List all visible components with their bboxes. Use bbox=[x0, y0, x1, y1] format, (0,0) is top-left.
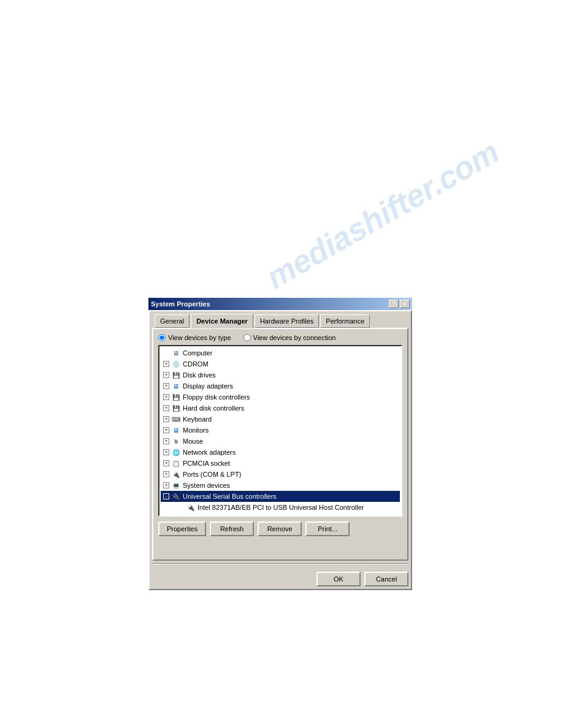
tree-item-system-devices[interactable]: + 💻 System devices bbox=[161, 480, 400, 491]
mouse-icon: 🖱 bbox=[171, 436, 181, 446]
expand-display[interactable]: + bbox=[163, 383, 169, 389]
usb-icon: 🔌 bbox=[171, 491, 181, 501]
usb-root-icon: 🔌 bbox=[186, 514, 196, 517]
print-button[interactable]: Print... bbox=[305, 521, 350, 536]
no-expand-computer bbox=[163, 350, 169, 356]
title-bar-buttons: ? ✕ bbox=[389, 300, 410, 308]
expand-cdrom[interactable]: + bbox=[163, 361, 169, 367]
tree-item-floppy[interactable]: + 💾 Floppy disk controllers bbox=[161, 392, 400, 403]
dialog-title: System Properties bbox=[151, 300, 210, 308]
ok-button[interactable]: OK bbox=[316, 572, 361, 586]
tab-performance[interactable]: Performance bbox=[320, 314, 370, 328]
monitor-icon: 🖥 bbox=[171, 425, 181, 435]
no-expand-root bbox=[178, 515, 184, 517]
hdd-icon: 💾 bbox=[171, 403, 181, 413]
tree-item-network[interactable]: + 🌐 Network adapters bbox=[161, 447, 400, 458]
tree-item-usb-root[interactable]: 🔌 USB Root Hub bbox=[161, 513, 400, 517]
no-expand-intel bbox=[178, 504, 184, 510]
intel-usb-label: Intel 82371AB/EB PCI to USB Universal Ho… bbox=[197, 504, 364, 511]
expand-keyboard[interactable]: + bbox=[163, 416, 169, 422]
system-icon: 💻 bbox=[171, 480, 181, 490]
dialog-content: General Device Manager Hardware Profiles… bbox=[148, 310, 412, 590]
tree-item-computer[interactable]: 🖥 Computer bbox=[161, 347, 400, 358]
tab-general[interactable]: General bbox=[155, 314, 190, 328]
radio-type-input[interactable] bbox=[158, 334, 166, 341]
close-button[interactable]: ✕ bbox=[400, 300, 410, 308]
tree-item-display-adapters[interactable]: + 🖥 Display adapters bbox=[161, 381, 400, 392]
cdrom-icon: 💿 bbox=[171, 359, 181, 369]
tree-item-mouse[interactable]: + 🖱 Mouse bbox=[161, 436, 400, 447]
disk-drives-label: Disk drives bbox=[183, 371, 216, 379]
refresh-button[interactable]: Refresh bbox=[210, 521, 254, 536]
expand-disk-drives[interactable]: + bbox=[163, 372, 169, 378]
tab-panel-device-manager: View devices by type View devices by con… bbox=[152, 328, 408, 561]
radio-view-by-connection[interactable]: View devices by connection bbox=[243, 334, 336, 341]
tree-item-intel-usb[interactable]: 🔌 Intel 82371AB/EB PCI to USB Universal … bbox=[161, 502, 400, 513]
expand-pcmcia[interactable]: + bbox=[163, 460, 169, 466]
properties-button[interactable]: Properties bbox=[158, 521, 206, 536]
separator bbox=[152, 563, 408, 564]
tree-item-hard-disk[interactable]: + 💾 Hard disk controllers bbox=[161, 403, 400, 414]
floppy-label: Floppy disk controllers bbox=[183, 393, 250, 401]
tab-device-manager[interactable]: Device Manager bbox=[191, 314, 253, 328]
pcmcia-label: PCMCIA socket bbox=[183, 460, 230, 467]
usb-root-label: USB Root Hub bbox=[197, 515, 242, 517]
remove-button[interactable]: Remove bbox=[258, 521, 302, 536]
display-adapters-label: Display adapters bbox=[183, 382, 233, 390]
view-mode-group: View devices by type View devices by con… bbox=[158, 334, 402, 341]
monitors-label: Monitors bbox=[183, 427, 209, 434]
disk-icon: 💾 bbox=[171, 370, 181, 380]
tree-item-cdrom[interactable]: + 💿 CDROM bbox=[161, 358, 400, 370]
cancel-button[interactable]: Cancel bbox=[364, 572, 408, 586]
ok-cancel-row: OK Cancel bbox=[152, 569, 408, 586]
network-icon: 🌐 bbox=[171, 447, 181, 457]
help-button[interactable]: ? bbox=[389, 300, 399, 308]
tree-item-pcmcia[interactable]: + 📋 PCMCIA socket bbox=[161, 458, 400, 469]
radio-connection-input[interactable] bbox=[243, 334, 251, 341]
expand-mouse[interactable]: + bbox=[163, 438, 169, 444]
tab-hardware-profiles[interactable]: Hardware Profiles bbox=[255, 314, 319, 328]
intel-usb-icon: 🔌 bbox=[186, 502, 196, 512]
mouse-label: Mouse bbox=[183, 438, 203, 445]
cdrom-label: CDROM bbox=[183, 360, 209, 368]
watermark: mediashifter.com bbox=[260, 133, 505, 296]
pcmcia-icon: 📋 bbox=[171, 458, 181, 468]
system-properties-dialog: System Properties ? ✕ General Device Man… bbox=[148, 298, 412, 590]
expand-network[interactable]: + bbox=[163, 449, 169, 455]
tree-item-keyboard[interactable]: + ⌨ Keyboard bbox=[161, 414, 400, 425]
title-bar: System Properties ? ✕ bbox=[148, 298, 412, 310]
device-tree[interactable]: 🖥 Computer + 💿 CDROM + 💾 Disk drives bbox=[158, 345, 402, 517]
ports-icon: 🔌 bbox=[171, 469, 181, 479]
expand-monitors[interactable]: + bbox=[163, 427, 169, 433]
action-buttons: Properties Refresh Remove Print... bbox=[158, 521, 402, 536]
system-devices-label: System devices bbox=[183, 482, 230, 489]
network-label: Network adapters bbox=[183, 449, 236, 456]
radio-view-by-type[interactable]: View devices by type bbox=[158, 334, 231, 341]
computer-label: Computer bbox=[183, 349, 212, 357]
expand-floppy[interactable]: + bbox=[163, 394, 169, 400]
expand-ports[interactable]: + bbox=[163, 471, 169, 477]
hard-disk-label: Hard disk controllers bbox=[183, 404, 244, 412]
tree-item-disk-drives[interactable]: + 💾 Disk drives bbox=[161, 370, 400, 381]
usb-label: Universal Serial Bus controllers bbox=[183, 493, 277, 500]
expand-system[interactable]: + bbox=[163, 482, 169, 488]
tree-item-ports[interactable]: + 🔌 Ports (COM & LPT) bbox=[161, 469, 400, 480]
keyboard-label: Keyboard bbox=[183, 415, 212, 423]
display-icon: 🖥 bbox=[171, 381, 181, 391]
ports-label: Ports (COM & LPT) bbox=[183, 471, 241, 478]
tree-item-usb[interactable]: - 🔌 Universal Serial Bus controllers bbox=[161, 491, 400, 502]
keyboard-icon: ⌨ bbox=[171, 414, 181, 424]
expand-usb[interactable]: - bbox=[163, 493, 169, 499]
expand-hdd[interactable]: + bbox=[163, 405, 169, 411]
floppy-icon: 💾 bbox=[171, 392, 181, 402]
computer-icon: 🖥 bbox=[171, 348, 181, 358]
tree-item-monitors[interactable]: + 🖥 Monitors bbox=[161, 425, 400, 436]
tab-strip: General Device Manager Hardware Profiles… bbox=[152, 314, 408, 328]
